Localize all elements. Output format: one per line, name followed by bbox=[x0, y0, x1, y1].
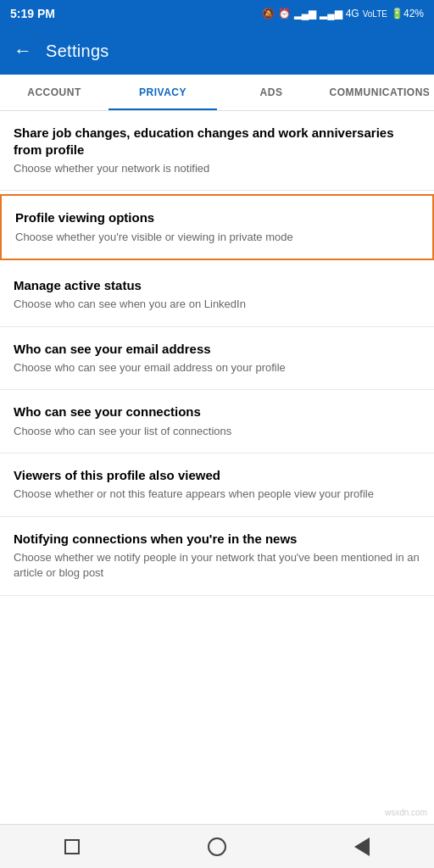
settings-item-desc: Choose who can see when you are on Linke… bbox=[14, 297, 420, 312]
nav-home-button[interactable] bbox=[200, 830, 234, 864]
settings-item-share-job-changes[interactable]: Share job changes, education changes and… bbox=[0, 111, 434, 191]
signal-bars2-icon: ▂▄▆ bbox=[320, 8, 342, 19]
settings-item-notifying-connections[interactable]: Notifying connections when you're in the… bbox=[0, 517, 434, 596]
signal-bars-icon: ▂▄▆ bbox=[294, 8, 317, 19]
nav-recent-apps-button[interactable] bbox=[55, 830, 89, 864]
settings-item-desc: Choose whether your network is notified bbox=[14, 161, 420, 176]
nav-back-button[interactable] bbox=[345, 830, 379, 864]
back-button[interactable]: ← bbox=[14, 40, 32, 62]
settings-item-desc: Choose who can see your email address on… bbox=[14, 360, 420, 376]
lte-icon: VoLTE bbox=[363, 9, 387, 19]
settings-item-title: Share job changes, education changes and… bbox=[14, 125, 420, 158]
settings-item-profile-viewers[interactable]: Viewers of this profile also viewed Choo… bbox=[0, 453, 434, 517]
watermark: wsxdn.com bbox=[385, 808, 427, 817]
settings-item-profile-viewing[interactable]: Profile viewing options Choose whether y… bbox=[0, 194, 434, 260]
settings-item-desc: Choose who can see your list of connecti… bbox=[14, 424, 420, 439]
settings-item-desc: Choose whether you're visible or viewing… bbox=[15, 230, 419, 245]
settings-item-title: Who can see your email address bbox=[14, 341, 420, 358]
status-icons: 🔕 ⏰ ▂▄▆ ▂▄▆ 4G VoLTE 🔋42% bbox=[262, 8, 424, 19]
settings-item-title: Notifying connections when you're in the… bbox=[14, 531, 420, 548]
alarm-icon: ⏰ bbox=[278, 8, 291, 19]
circle-icon bbox=[208, 837, 226, 856]
tab-privacy[interactable]: PRIVACY bbox=[108, 75, 217, 110]
settings-item-email-address[interactable]: Who can see your email address Choose wh… bbox=[0, 327, 434, 391]
settings-item-title: Manage active status bbox=[14, 277, 420, 294]
app-bar-title: Settings bbox=[46, 42, 109, 61]
mute-icon: 🔕 bbox=[262, 8, 275, 19]
settings-item-desc: Choose whether we notify people in your … bbox=[14, 550, 420, 581]
tab-bar: ACCOUNT PRIVACY ADS COMMUNICATIONS bbox=[0, 75, 434, 111]
settings-item-desc: Choose whether or not this feature appea… bbox=[14, 487, 420, 502]
triangle-icon bbox=[354, 837, 370, 856]
settings-item-title: Profile viewing options bbox=[15, 209, 419, 226]
settings-list: Share job changes, education changes and… bbox=[0, 111, 434, 596]
settings-item-connections[interactable]: Who can see your connections Choose who … bbox=[0, 390, 434, 453]
tab-ads[interactable]: ADS bbox=[217, 75, 326, 110]
settings-item-title: Viewers of this profile also viewed bbox=[14, 467, 420, 484]
tab-account[interactable]: ACCOUNT bbox=[0, 75, 108, 110]
status-bar: 5:19 PM 🔕 ⏰ ▂▄▆ ▂▄▆ 4G VoLTE 🔋42% bbox=[0, 0, 434, 27]
app-bar: ← Settings bbox=[0, 27, 434, 75]
settings-item-active-status[interactable]: Manage active status Choose who can see … bbox=[0, 264, 434, 327]
tab-communications[interactable]: COMMUNICATIONS bbox=[326, 75, 434, 110]
square-icon bbox=[64, 839, 80, 854]
network-type-icon: 4G bbox=[346, 8, 359, 19]
settings-item-title: Who can see your connections bbox=[14, 403, 420, 420]
bottom-nav bbox=[0, 824, 434, 868]
status-time: 5:19 PM bbox=[10, 7, 55, 20]
battery-icon: 🔋42% bbox=[391, 8, 424, 19]
